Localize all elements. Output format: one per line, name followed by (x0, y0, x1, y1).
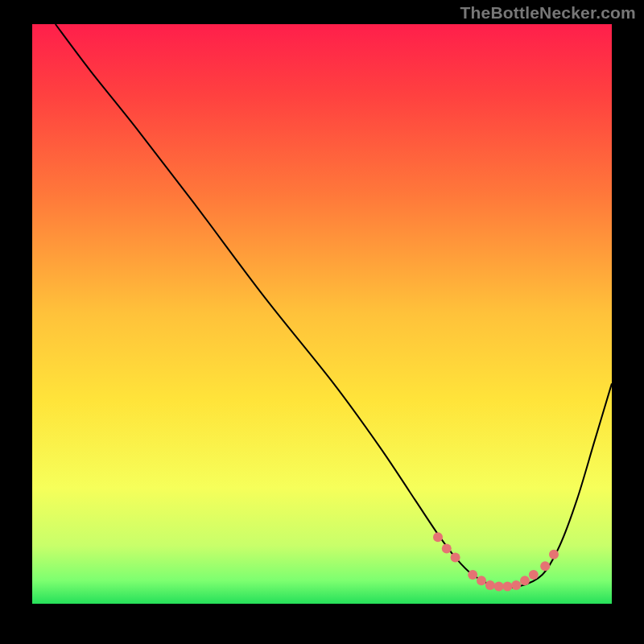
curve-dot (442, 544, 452, 554)
gradient-background (32, 24, 612, 604)
curve-dot (494, 581, 504, 591)
curve-dot (477, 576, 486, 585)
curve-dot (433, 532, 443, 542)
curve-dot (468, 570, 477, 580)
curve-dot (529, 570, 539, 580)
chart-svg (32, 24, 612, 604)
curve-dot (549, 550, 559, 559)
plot-area (32, 24, 612, 604)
watermark-text: TheBottleNecker.com (460, 3, 636, 23)
curve-dot (520, 576, 530, 585)
curve-dot (485, 580, 495, 590)
curve-dot (511, 580, 521, 590)
chart-frame: TheBottleNecker.com (0, 0, 644, 644)
curve-dot (451, 552, 460, 562)
curve-dot (540, 561, 550, 571)
curve-dot (502, 581, 512, 591)
